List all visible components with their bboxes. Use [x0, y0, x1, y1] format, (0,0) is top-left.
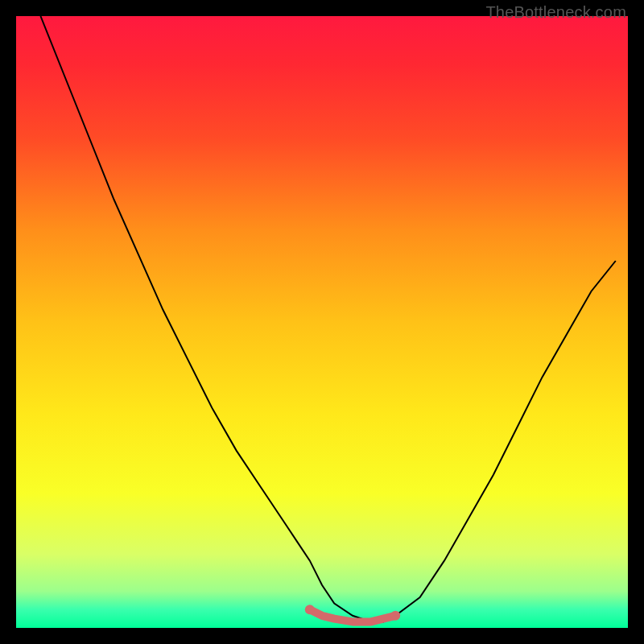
main-curve	[40, 16, 615, 621]
highlight-dot	[305, 605, 315, 614]
watermark-text: TheBottleneck.com	[485, 3, 626, 22]
chart-svg	[16, 16, 628, 628]
chart-container: TheBottleneck.com	[0, 0, 644, 644]
bottom-highlight	[305, 605, 400, 621]
plot-area	[16, 16, 628, 628]
highlight-dot	[390, 611, 400, 621]
